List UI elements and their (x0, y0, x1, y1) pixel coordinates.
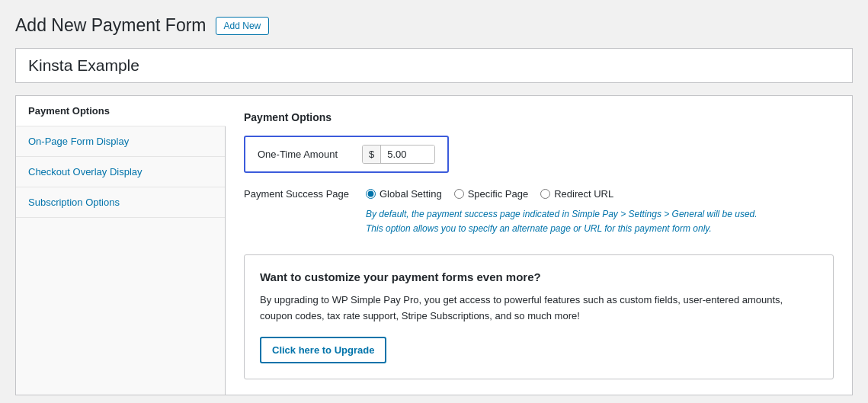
radio-group: Global Setting Specific Page Redirect UR… (366, 188, 613, 200)
payment-options-panel: Payment Options One-Time Amount $ Paymen… (226, 96, 852, 395)
upgrade-title: Want to customize your payment forms eve… (260, 270, 818, 283)
one-time-amount-box: One-Time Amount $ (244, 136, 449, 173)
amount-label: One-Time Amount (258, 149, 338, 160)
sidebar-item-on-page-form-display[interactable]: On-Page Form Display (16, 126, 225, 157)
sidebar-item-subscription-options[interactable]: Subscription Options (16, 187, 225, 218)
currency-symbol: $ (363, 146, 381, 163)
upgrade-text: By upgrading to WP Simple Pay Pro, you g… (260, 293, 818, 325)
sidebar-item-payment-options[interactable]: Payment Options (16, 96, 226, 126)
radio-redirect-url[interactable]: Redirect URL (540, 188, 613, 200)
add-new-button[interactable]: Add New (216, 17, 270, 35)
upgrade-button[interactable]: Click here to Upgrade (260, 337, 386, 363)
main-content: Payment Options On-Page Form Display Che… (15, 95, 853, 395)
sidebar-item-checkout-overlay-display[interactable]: Checkout Overlay Display (16, 157, 225, 187)
panel-title: Payment Options (244, 111, 834, 123)
upgrade-box: Want to customize your payment forms eve… (244, 254, 834, 379)
success-page-row: Payment Success Page Global Setting Spec… (244, 188, 834, 200)
amount-input[interactable] (381, 146, 434, 163)
sidebar: Payment Options On-Page Form Display Che… (16, 96, 226, 395)
radio-global-setting[interactable]: Global Setting (366, 188, 442, 200)
page-title: Add New Payment Form (15, 15, 207, 36)
form-title-bar (15, 48, 853, 83)
success-page-label: Payment Success Page (244, 188, 351, 200)
radio-specific-page[interactable]: Specific Page (454, 188, 529, 200)
form-title-input[interactable] (28, 56, 840, 75)
amount-input-wrap: $ (362, 145, 435, 164)
help-text: By default, the payment success page ind… (366, 207, 834, 236)
page-title-row: Add New Payment Form Add New (15, 15, 853, 36)
